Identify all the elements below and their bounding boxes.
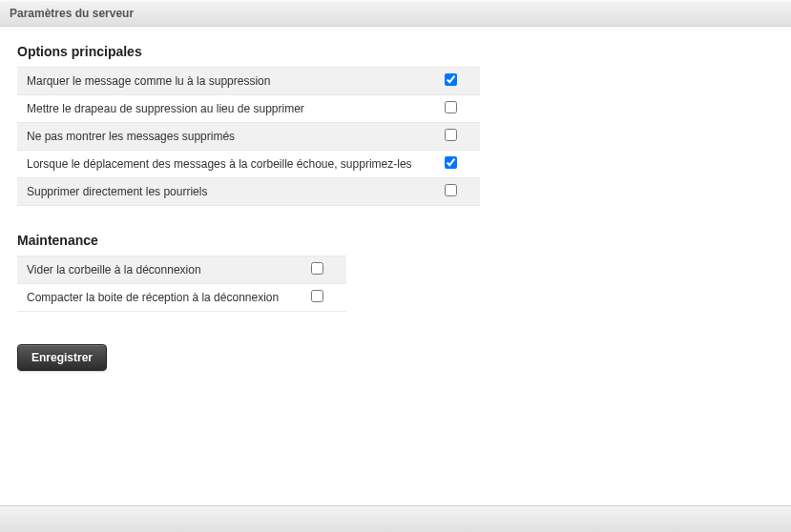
page-title: Paramètres du serveur bbox=[10, 7, 134, 20]
option-control bbox=[422, 151, 480, 178]
option-row: Marquer le message comme lu à la suppres… bbox=[17, 68, 480, 95]
option-control bbox=[422, 68, 480, 95]
option-label: Marquer le message comme lu à la suppres… bbox=[17, 68, 422, 95]
option-row: Supprimer directement les pourriels bbox=[17, 178, 480, 206]
option-row: Ne pas montrer les messages supprimés bbox=[17, 123, 480, 151]
option-row: Vider la corbeille à la déconnexion bbox=[17, 256, 346, 284]
checkbox-delete-on-trash-fail[interactable] bbox=[445, 156, 457, 169]
checkbox-empty-trash-logout[interactable] bbox=[311, 262, 323, 275]
option-control bbox=[288, 256, 346, 284]
section-main-options: Options principales Marquer le message c… bbox=[17, 44, 774, 206]
option-row: Compacter la boite de réception à la déc… bbox=[17, 284, 346, 312]
section-maintenance: Maintenance Vider la corbeille à la déco… bbox=[17, 233, 774, 312]
footer-bar bbox=[0, 505, 791, 532]
section-main-title: Options principales bbox=[17, 44, 774, 59]
maintenance-options-table: Vider la corbeille à la déconnexion Comp… bbox=[17, 256, 346, 312]
option-control bbox=[422, 95, 480, 123]
option-label: Compacter la boite de réception à la déc… bbox=[17, 284, 288, 312]
option-label: Mettre le drapeau de suppression au lieu… bbox=[17, 95, 422, 123]
option-label: Lorsque le déplacement des messages à la… bbox=[17, 151, 422, 178]
checkbox-delete-junk[interactable] bbox=[445, 184, 457, 196]
page-title-bar: Paramètres du serveur bbox=[0, 0, 791, 27]
content-area: Options principales Marquer le message c… bbox=[0, 27, 791, 505]
option-control bbox=[422, 123, 480, 151]
checkbox-hide-deleted[interactable] bbox=[445, 129, 457, 141]
button-row: Enregistrer bbox=[17, 344, 774, 371]
save-button[interactable]: Enregistrer bbox=[17, 344, 107, 371]
option-control bbox=[422, 178, 480, 206]
checkbox-flag-instead-delete[interactable] bbox=[445, 101, 457, 113]
section-maintenance-title: Maintenance bbox=[17, 233, 774, 248]
option-label: Ne pas montrer les messages supprimés bbox=[17, 123, 422, 151]
checkbox-compact-inbox-logout[interactable] bbox=[311, 290, 323, 302]
checkbox-read-on-delete[interactable] bbox=[445, 73, 457, 86]
main-options-table: Marquer le message comme lu à la suppres… bbox=[17, 67, 480, 206]
option-label: Supprimer directement les pourriels bbox=[17, 178, 422, 206]
option-row: Lorsque le déplacement des messages à la… bbox=[17, 151, 480, 178]
option-label: Vider la corbeille à la déconnexion bbox=[17, 256, 288, 284]
option-row: Mettre le drapeau de suppression au lieu… bbox=[17, 95, 480, 123]
option-control bbox=[288, 284, 346, 312]
